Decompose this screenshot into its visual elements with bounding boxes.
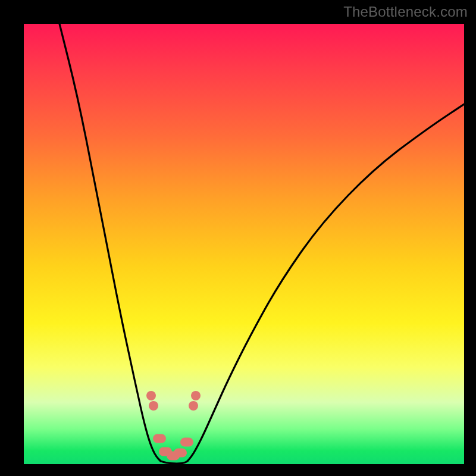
marker-right-0 xyxy=(191,391,201,400)
marker-floor-3 xyxy=(174,449,187,458)
curve-right xyxy=(187,104,464,461)
plot-area xyxy=(24,24,464,464)
marker-left-0 xyxy=(146,391,156,400)
curve-floor xyxy=(161,461,187,464)
plot-svg xyxy=(24,24,464,464)
marker-floor-4 xyxy=(180,438,193,447)
chart-frame: TheBottleneck.com xyxy=(0,0,476,476)
marker-floor-0 xyxy=(153,434,166,443)
marker-layer xyxy=(146,391,201,461)
watermark-text: TheBottleneck.com xyxy=(343,4,468,20)
marker-right-1 xyxy=(189,401,198,411)
curve-left xyxy=(60,24,161,461)
marker-left-1 xyxy=(149,401,158,411)
